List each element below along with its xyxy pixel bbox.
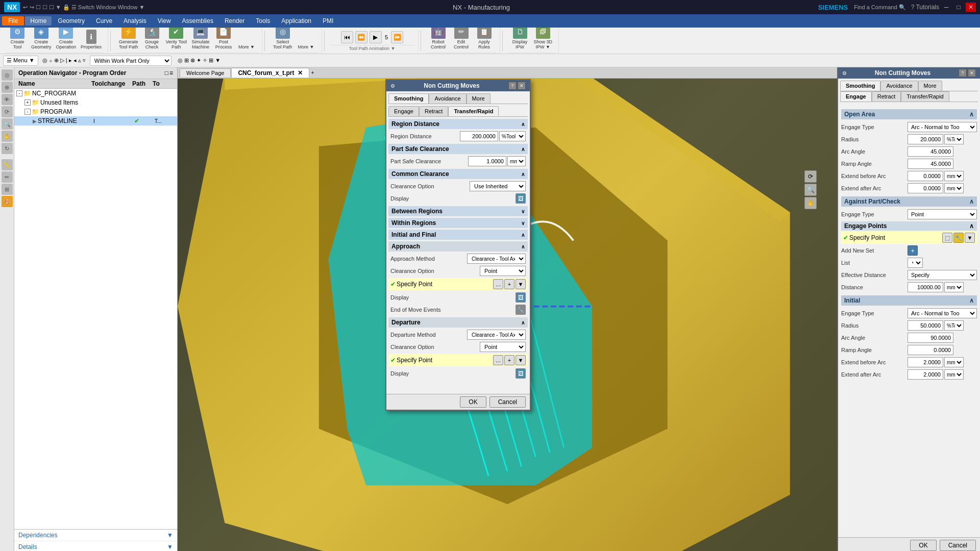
rp-cancel-button[interactable]: Cancel bbox=[940, 540, 976, 551]
clearance-option-select[interactable]: Use Inherited bbox=[470, 181, 526, 191]
tree-item-unused[interactable]: + 📁 Unused Items bbox=[14, 98, 177, 107]
region-distance-input[interactable] bbox=[460, 131, 498, 141]
sidebar-color-icon[interactable]: 🎨 bbox=[2, 196, 13, 207]
rp-initial-extend-before-input[interactable] bbox=[908, 357, 943, 367]
rp-extend-after-input[interactable] bbox=[908, 183, 943, 193]
model-tab-close[interactable]: ✕ bbox=[298, 69, 303, 77]
approach-specify-btn1[interactable]: … bbox=[493, 279, 503, 289]
tree-item-nc-program[interactable]: - 📁 NC_PROGRAM bbox=[14, 89, 177, 98]
departure-method-select[interactable]: Clearance - Tool Axi bbox=[467, 330, 526, 340]
approach-specify-btn3[interactable]: ▼ bbox=[516, 279, 526, 289]
rp-specify-btn1[interactable]: ⬚ bbox=[942, 233, 952, 243]
anim-back-button[interactable]: ⏪ bbox=[355, 31, 368, 43]
rp-initial-radius-unit[interactable]: %Tool bbox=[944, 320, 964, 331]
within-regions-header[interactable]: Within Regions ∨ bbox=[388, 218, 528, 228]
rp-tab-more[interactable]: More bbox=[918, 81, 942, 91]
rp-distance-unit[interactable]: mm bbox=[944, 282, 964, 292]
rp-arc-angle-input[interactable] bbox=[908, 146, 953, 157]
op-nav-icon2[interactable]: ≡ bbox=[169, 69, 173, 77]
anim-forward-button[interactable]: ⏩ bbox=[391, 31, 403, 43]
rp-initial-ramp-input[interactable] bbox=[908, 345, 953, 355]
menu-assemblies[interactable]: Assemblies bbox=[177, 16, 218, 26]
create-tool-button[interactable]: ⚙ CreateTool bbox=[6, 28, 29, 51]
create-geometry-button[interactable]: ◈ CreateGeometry bbox=[29, 28, 54, 51]
display-ipw-button[interactable]: 🗋 DisplayIPW bbox=[509, 28, 531, 51]
nc-program-expand[interactable]: - bbox=[16, 90, 22, 96]
nav-rotate-button[interactable]: ⟳ bbox=[804, 170, 817, 183]
end-of-move-btn[interactable]: 🔧 bbox=[516, 305, 526, 315]
menu-tools[interactable]: Tools bbox=[251, 16, 275, 26]
display-button[interactable]: 🖼 bbox=[516, 193, 526, 204]
apply-rules-button[interactable]: 📋 ApplyRules bbox=[473, 28, 496, 51]
initial-final-header[interactable]: Initial and Final ∧ bbox=[388, 230, 528, 240]
against-part-header[interactable]: Against Part/Check ∧ bbox=[841, 196, 977, 207]
welcome-tab[interactable]: Welcome Page bbox=[180, 68, 231, 77]
display-more-button[interactable]: More ▼ bbox=[295, 39, 317, 51]
departure-specify-btn1[interactable]: … bbox=[493, 355, 503, 365]
menu-dropdown-button[interactable]: ☰ Menu ▼ bbox=[3, 56, 38, 66]
rp-extend-before-unit[interactable]: mm bbox=[944, 171, 964, 181]
region-distance-header[interactable]: Region Distance ∧ bbox=[388, 119, 528, 129]
sidebar-snap-icon[interactable]: ⊕ bbox=[2, 82, 13, 93]
rp-tab-avoidance[interactable]: Avoidance bbox=[880, 81, 918, 91]
rp-tab-retract[interactable]: Retract bbox=[872, 91, 901, 102]
rp-specify-btn3[interactable]: ▼ bbox=[965, 233, 975, 243]
unused-expand[interactable]: + bbox=[24, 99, 31, 106]
nav-pan-button[interactable]: ✋ bbox=[804, 197, 817, 209]
tab-avoidance[interactable]: Avoidance bbox=[429, 93, 466, 104]
part-safe-unit[interactable]: mm bbox=[507, 156, 526, 166]
sidebar-edit-icon[interactable]: ✏ bbox=[2, 171, 13, 183]
menu-curve[interactable]: Curve bbox=[91, 16, 117, 26]
common-clearance-header[interactable]: Common Clearance ∧ bbox=[388, 169, 528, 179]
rp-add-new-set-btn[interactable]: + bbox=[908, 245, 918, 256]
open-area-header[interactable]: Open Area ∧ bbox=[841, 109, 977, 119]
menu-analysis[interactable]: Analysis bbox=[118, 16, 152, 26]
part-safe-input[interactable] bbox=[468, 156, 506, 166]
rp-against-engage-select[interactable]: Point bbox=[908, 209, 977, 219]
approach-header[interactable]: Approach ∧ bbox=[388, 241, 528, 252]
rp-initial-extend-after-unit[interactable]: mm bbox=[944, 369, 964, 380]
sidebar-view-icon[interactable]: 👁 bbox=[2, 94, 13, 105]
rp-list-select[interactable]: ▼ bbox=[908, 258, 923, 268]
create-operation-button[interactable]: ▶ CreateOperation bbox=[54, 28, 79, 51]
departure-specify-btn3[interactable]: ▼ bbox=[516, 355, 526, 365]
tab-smoothing[interactable]: Smoothing bbox=[388, 93, 429, 104]
dependencies-item[interactable]: Dependencies ▼ bbox=[14, 530, 177, 541]
anim-rewind-button[interactable]: ⏮ bbox=[341, 31, 353, 43]
sidebar-measure-icon[interactable]: 📏 bbox=[2, 159, 13, 170]
rp-initial-radius-input[interactable] bbox=[908, 320, 943, 331]
tree-item-streamline[interactable]: ▶ STREAMLINE I ✔ T... bbox=[14, 116, 177, 126]
menu-pmi[interactable]: PMI bbox=[317, 16, 338, 26]
anim-play-button[interactable]: ▶ bbox=[370, 31, 382, 43]
generate-toolpath-button[interactable]: ⚡ GenerateTool Path bbox=[117, 28, 140, 51]
maximize-button[interactable]: □ bbox=[953, 3, 964, 12]
help-icon[interactable]: ? Tutorials bbox=[911, 4, 939, 11]
minimize-button[interactable]: ─ bbox=[941, 3, 951, 12]
nav-zoom-button[interactable]: 🔍 bbox=[804, 184, 817, 196]
rp-specify-btn2[interactable]: 🔧 bbox=[953, 233, 964, 243]
op-nav-icon1[interactable]: □ bbox=[165, 69, 168, 77]
part-safe-clearance-header[interactable]: Part Safe Clearance ∧ bbox=[388, 144, 528, 154]
sidebar-zoom-icon[interactable]: 🔍 bbox=[2, 118, 13, 130]
verify-toolpath-button[interactable]: ✔ Verity ToolPath bbox=[164, 28, 189, 51]
approach-display-btn[interactable]: 🖼 bbox=[516, 292, 526, 303]
close-button[interactable]: ✕ bbox=[966, 3, 976, 12]
select-toolpath-button[interactable]: ◎ SelectTool Path bbox=[271, 28, 295, 51]
departure-specify-btn2[interactable]: + bbox=[504, 355, 514, 365]
departure-header[interactable]: Departure ∧ bbox=[388, 317, 528, 328]
search-box[interactable]: Find a Command 🔍 bbox=[854, 4, 905, 11]
sidebar-rotate-icon[interactable]: ↻ bbox=[2, 143, 13, 154]
ncm-cancel-button[interactable]: Cancel bbox=[489, 396, 526, 408]
engage-points-section[interactable]: Engage Points ∧ bbox=[841, 221, 977, 231]
ncm-dialog-header[interactable]: ⚙ Non Cutting Moves ? ✕ bbox=[386, 80, 530, 91]
menu-home[interactable]: Home bbox=[25, 16, 52, 26]
properties-button[interactable]: ℹ Properties bbox=[79, 29, 104, 51]
departure-display-btn[interactable]: 🖼 bbox=[516, 368, 526, 379]
rp-initial-arc-angle-input[interactable] bbox=[908, 333, 953, 343]
rp-close-button[interactable]: ✕ bbox=[968, 69, 976, 77]
operations-more-button[interactable]: More ▼ bbox=[235, 39, 258, 51]
tree-item-program[interactable]: - 📁 PROGRAM bbox=[14, 107, 177, 116]
rp-extend-after-unit[interactable]: mm bbox=[944, 183, 964, 193]
post-process-button[interactable]: 📄 PostProcess bbox=[212, 28, 235, 51]
tab-retract[interactable]: Retract bbox=[419, 106, 448, 116]
